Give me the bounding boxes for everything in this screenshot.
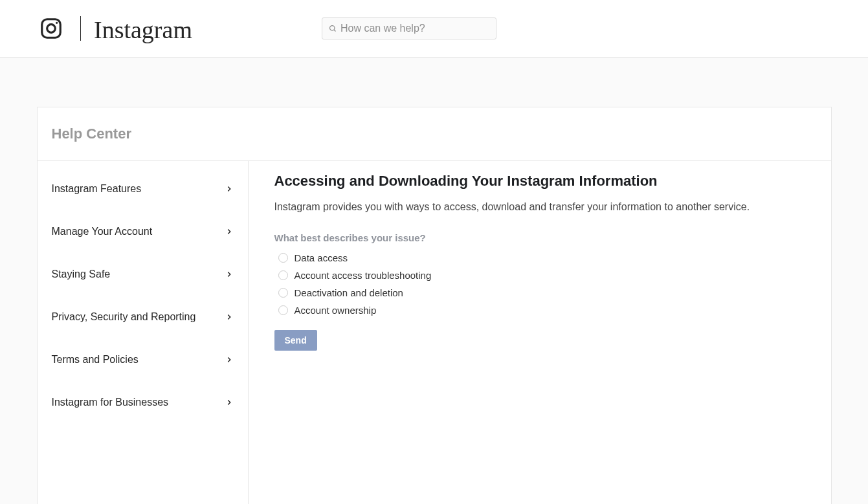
option-deactivation[interactable]: Deactivation and deletion [274, 287, 805, 298]
sidebar-item-label: Manage Your Account [52, 226, 153, 237]
article-intro: Instagram provides you with ways to acce… [274, 201, 805, 213]
article-title: Accessing and Downloading Your Instagram… [274, 173, 805, 190]
article-main: Accessing and Downloading Your Instagram… [249, 161, 831, 504]
logo-divider [80, 16, 81, 41]
help-center-title: Help Center [52, 126, 817, 142]
option-label: Deactivation and deletion [295, 287, 403, 298]
sidebar-item-business[interactable]: Instagram for Businesses [38, 381, 248, 424]
svg-line-4 [334, 30, 336, 32]
radio-icon [278, 288, 288, 298]
option-label: Account ownership [295, 305, 377, 316]
instagram-wordmark: Instagram [94, 16, 192, 44]
chevron-right-icon [225, 270, 234, 279]
sidebar-item-label: Terms and Policies [52, 354, 139, 366]
search-icon [329, 25, 337, 32]
sidebar-item-terms[interactable]: Terms and Policies [38, 338, 248, 381]
chevron-right-icon [225, 312, 234, 322]
option-label: Data access [295, 252, 348, 263]
sidebar: Instagram Features Manage Your Account S… [38, 161, 249, 504]
top-header: Instagram [0, 0, 868, 58]
sidebar-item-label: Staying Safe [52, 268, 111, 280]
option-data-access[interactable]: Data access [274, 252, 805, 263]
option-account-access[interactable]: Account access troubleshooting [274, 270, 805, 281]
sidebar-item-label: Privacy, Security and Reporting [52, 311, 196, 323]
body-row: Instagram Features Manage Your Account S… [38, 161, 831, 504]
question-label: What best describes your issue? [274, 232, 805, 243]
search-box[interactable] [322, 17, 496, 39]
radio-icon [278, 253, 288, 263]
svg-rect-0 [42, 19, 61, 38]
svg-point-3 [329, 26, 335, 31]
instagram-glyph-icon [39, 16, 63, 41]
sidebar-item-privacy[interactable]: Privacy, Security and Reporting [38, 296, 248, 338]
svg-point-1 [47, 25, 56, 33]
sidebar-item-label: Instagram Features [52, 183, 142, 195]
option-ownership[interactable]: Account ownership [274, 305, 805, 316]
chevron-right-icon [225, 355, 234, 364]
radio-icon [278, 270, 288, 280]
option-label: Account access troubleshooting [295, 270, 432, 281]
logo-group[interactable]: Instagram [39, 13, 192, 44]
chevron-right-icon [225, 227, 234, 236]
sidebar-item-staying-safe[interactable]: Staying Safe [38, 253, 248, 296]
search-container [322, 17, 496, 39]
send-button[interactable]: Send [274, 330, 317, 351]
help-center-container: Help Center Instagram Features Manage Yo… [37, 107, 832, 504]
sidebar-item-label: Instagram for Businesses [52, 397, 169, 408]
search-input[interactable] [340, 23, 489, 34]
radio-icon [278, 305, 288, 315]
chevron-right-icon [225, 184, 234, 193]
sidebar-item-manage-account[interactable]: Manage Your Account [38, 210, 248, 253]
help-center-header: Help Center [38, 107, 831, 161]
chevron-right-icon [225, 398, 234, 407]
sidebar-item-features[interactable]: Instagram Features [38, 168, 248, 210]
svg-point-2 [56, 22, 58, 24]
